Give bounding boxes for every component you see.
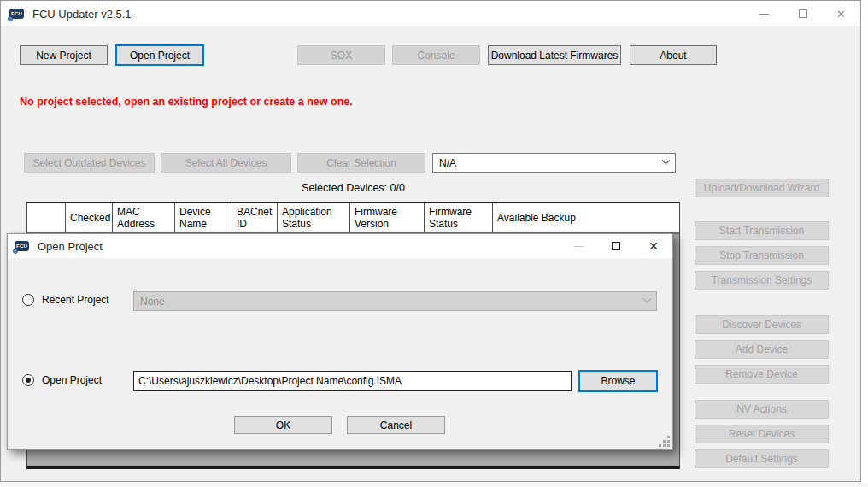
open-project-label[interactable]: Open Project [42,374,102,386]
col-firmware-status: Firmware Status [425,203,493,232]
firmware-select-dropdown[interactable]: N/A [432,153,676,173]
console-button: Console [392,45,480,65]
open-project-radio[interactable] [22,374,34,386]
main-titlebar[interactable]: FCU FCU Updater v2.5.1 ✕ [1,1,860,26]
chevron-down-icon [643,295,652,303]
no-project-warning: No project selected, open an existing pr… [20,96,353,108]
sox-button: SOX [297,45,385,65]
dialog-icon: FCU [15,241,29,251]
col-application-status: Application Status [278,203,350,232]
about-button[interactable]: About [630,45,717,65]
maximize-button[interactable] [783,1,822,26]
minimize-button[interactable] [745,1,783,26]
col-bacnet-id: BACnet ID [232,203,278,232]
stop-transmission-button: Stop Transmission [695,246,829,265]
dialog-title: Open Project [38,240,103,253]
app-icon: FCU [9,9,24,19]
browse-button[interactable]: Browse [578,370,658,392]
open-project-dialog: FCU Open Project ✕ Recent Project None O… [7,233,673,450]
clear-selection-button: Clear Selection [297,153,425,173]
maximize-icon [799,9,807,18]
default-settings-button: Default Settings [695,449,829,468]
window-edge-bottom [0,483,868,487]
nv-actions-button: NV Actions [695,400,829,419]
recent-project-dropdown: None [133,291,657,311]
dialog-close-button[interactable]: ✕ [635,234,672,258]
window-controls: ✕ [745,1,860,26]
window-edge-right [862,0,868,487]
recent-project-radio[interactable] [22,294,34,306]
select-all-devices-button: Select All Devices [161,153,291,173]
dialog-maximize-button[interactable] [597,234,635,258]
new-project-button[interactable]: New Project [20,45,108,65]
col-checked: Checked [66,203,113,232]
gear-icon [13,249,18,254]
device-table-header: Checked MAC Address Device Name BACnet I… [27,203,679,234]
add-device-button: Add Device [695,340,829,359]
ok-button[interactable]: OK [234,416,332,434]
window-title: FCU Updater v2.5.1 [32,8,132,21]
close-icon: ✕ [648,240,659,252]
col-mac-address: MAC Address [113,203,175,232]
download-latest-firmwares-button[interactable]: Download Latest Firmwares [488,45,621,65]
col-firmware-version: Firmware Version [350,203,425,232]
minimize-icon [760,14,769,15]
reset-devices-button: Reset Devices [695,425,829,443]
discover-devices-button: Discover Devices [695,315,829,334]
start-transmission-button: Start Transmission [695,221,829,240]
maximize-icon [612,242,620,250]
select-outdated-devices-button: Select Outdated Devices [24,153,155,173]
recent-project-label[interactable]: Recent Project [42,294,109,306]
recent-project-value: None [140,296,165,308]
remove-device-button: Remove Device [695,365,829,384]
firmware-select-value: N/A [439,157,456,169]
dialog-window-controls: ✕ [560,234,672,260]
screen: FCU FCU Updater v2.5.1 ✕ New Project Ope… [0,0,868,487]
open-project-button[interactable]: Open Project [115,44,204,66]
cancel-button[interactable]: Cancel [347,416,445,434]
upload-download-wizard-button: Upload/Download Wizard [695,179,829,197]
close-icon: ✕ [836,9,846,20]
dialog-minimize-button [560,234,597,258]
close-button[interactable]: ✕ [822,1,860,26]
col-available-backup: Available Backup [493,203,679,232]
chevron-down-icon [662,156,671,165]
dialog-icon-label: FCU [16,244,27,249]
recent-project-radio-row[interactable]: Recent Project [22,294,109,306]
open-project-radio-row[interactable]: Open Project [22,374,102,386]
minimize-icon [574,246,584,247]
transmission-settings-button: Transmission Settings [695,271,829,290]
gear-icon [8,16,13,21]
col-device-name: Device Name [175,203,232,232]
selected-devices-counter: Selected Devices: 0/0 [26,182,680,194]
resize-grip[interactable] [659,436,670,447]
app-icon-label: FCU [11,11,22,16]
project-path-input[interactable] [133,371,572,391]
col-row-header [27,203,66,232]
dialog-titlebar[interactable]: FCU Open Project ✕ [8,234,672,258]
